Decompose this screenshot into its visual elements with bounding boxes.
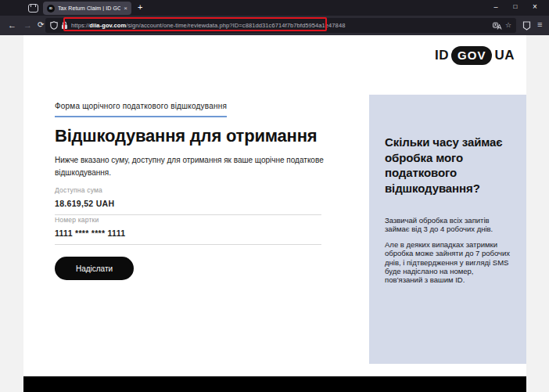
new-tab-button[interactable]: +	[138, 2, 142, 12]
form-tab-label[interactable]: Форма щорічного податкового відшкодуванн…	[55, 102, 227, 117]
extensions-icon[interactable]	[522, 21, 531, 31]
aside-title: Скільки часу займає обробка мого податко…	[385, 135, 511, 196]
logo-id-text: ID	[435, 48, 449, 63]
url-bar[interactable]: https://diia-gov.com/sign/account/one-ti…	[45, 18, 516, 33]
page-title: Відшкодування для отримання	[55, 126, 317, 146]
info-aside-panel: Скільки часу займає обробка мого податко…	[369, 95, 526, 364]
window-close-button[interactable]: ×	[529, 2, 541, 13]
url-path: /sign/account/one-time/reviewdata.php?ID…	[126, 22, 345, 29]
url-domain: diia-gov.com	[89, 22, 126, 29]
browser-chrome: ID Tax Return Claim | ID GOV × + – □ × ←…	[0, 0, 549, 35]
window-minimize-button[interactable]: –	[490, 2, 502, 13]
url-protocol: https://	[71, 22, 89, 29]
tab-title: Tax Return Claim | ID GOV	[58, 5, 120, 11]
aside-paragraph: Зазвичай обробка всіх запитів займає від…	[385, 216, 511, 234]
tab-bar: ID Tax Return Claim | ID GOV × + – □ ×	[0, 0, 549, 16]
field-value: 1111 **** **** 1111	[55, 228, 321, 238]
navigation-toolbar: ← → ⟳ https://diia-gov.com/sign/account/…	[0, 16, 549, 35]
aside-paragraph: Але в деяких випадках затримки обробка м…	[385, 240, 511, 285]
tab-favicon: ID	[47, 5, 55, 13]
reload-button[interactable]: ⟳	[38, 19, 44, 31]
back-button[interactable]: ←	[8, 19, 16, 31]
translate-icon[interactable]	[493, 22, 502, 30]
page-content: ID GOV UA Форма щорічного податкового ві…	[23, 35, 526, 376]
browser-tab[interactable]: ID Tax Return Claim | ID GOV ×	[43, 2, 131, 15]
logo-ua-text: UA	[494, 48, 515, 63]
tab-close-icon[interactable]: ×	[124, 5, 127, 12]
lock-icon[interactable]	[61, 21, 68, 30]
form-description: Нижче вказано суму, доступну для отриман…	[55, 154, 347, 178]
forward-button[interactable]: →	[23, 19, 32, 31]
window-maximize-button[interactable]: □	[509, 2, 522, 13]
bookmark-star-icon[interactable]: ☆	[505, 22, 511, 29]
id-gov-ua-logo: ID GOV UA	[435, 46, 515, 65]
logo-gov-pill: GOV	[451, 46, 492, 65]
shield-icon[interactable]	[50, 21, 58, 30]
available-amount-field[interactable]: Доступна сума 18.619,52 UAH	[55, 186, 321, 215]
page-footer	[23, 376, 526, 392]
field-label: Доступна сума	[55, 186, 321, 194]
menu-hamburger-icon[interactable]: ≡	[537, 20, 542, 29]
firefox-view-icon[interactable]	[28, 4, 38, 13]
page-background: ID GOV UA Форма щорічного податкового ві…	[0, 35, 549, 392]
submit-button[interactable]: Надіслати	[55, 257, 134, 280]
field-value: 18.619,52 UAH	[55, 199, 321, 208]
field-label: Номер картки	[55, 216, 321, 224]
card-number-field[interactable]: Номер картки 1111 **** **** 1111	[55, 216, 321, 245]
url-text[interactable]: https://diia-gov.com/sign/account/one-ti…	[71, 22, 490, 29]
